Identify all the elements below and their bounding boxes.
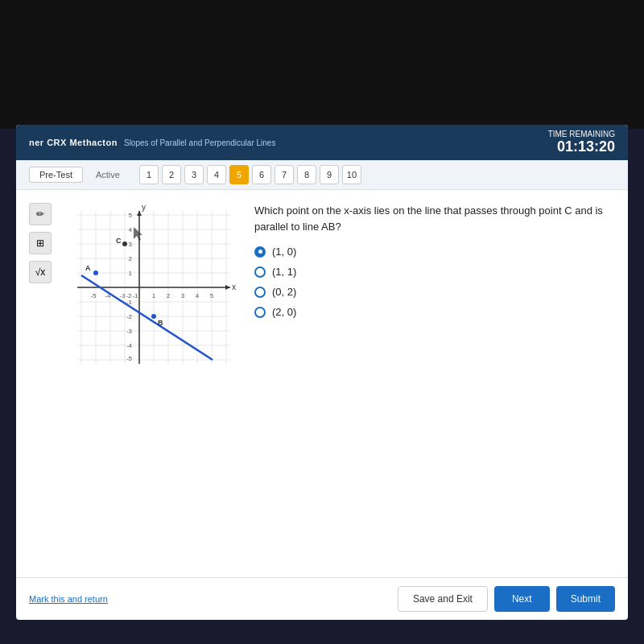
tab-pretest[interactable]: Pre-Test <box>29 167 83 183</box>
header-left: ner CRX Methacton Slopes of Parallel and… <box>29 138 275 147</box>
svg-text:A: A <box>85 264 91 272</box>
sidebar-tools: ✏ ⊞ √x <box>29 203 53 564</box>
bottom-buttons: Save and Exit Next Submit <box>398 586 615 612</box>
q-num-8[interactable]: 8 <box>297 165 316 184</box>
q-num-10[interactable]: 10 <box>342 165 361 184</box>
svg-text:x: x <box>232 283 236 291</box>
next-button[interactable]: Next <box>494 586 550 612</box>
answer-label-1: (1, 0) <box>272 246 296 258</box>
svg-point-53 <box>122 242 127 246</box>
q-num-6[interactable]: 6 <box>252 165 271 184</box>
svg-text:B: B <box>158 319 163 327</box>
svg-text:2: 2 <box>167 292 171 299</box>
question-text: Which point on the x-axis lies on the li… <box>254 203 615 234</box>
question-area: Which point on the x-axis lies on the li… <box>254 203 615 564</box>
answer-label-3: (0, 2) <box>272 286 296 298</box>
submit-button[interactable]: Submit <box>556 586 615 612</box>
answer-option-1[interactable]: (1, 0) <box>254 246 615 258</box>
graph-area: x y -5 -4 -3 -2 -1 1 2 3 4 5 1 2 3 4 5 -… <box>69 203 238 564</box>
time-value: 01:13:20 <box>548 138 615 155</box>
radio-1 <box>254 246 266 258</box>
svg-text:1: 1 <box>129 270 133 277</box>
answer-option-2[interactable]: (1, 1) <box>254 266 615 278</box>
pencil-tool-button[interactable]: ✏ <box>29 203 52 225</box>
answer-option-4[interactable]: (2, 0) <box>254 306 615 318</box>
q-num-1[interactable]: 1 <box>139 165 159 184</box>
coordinate-graph: x y -5 -4 -3 -2 -1 1 2 3 4 5 1 2 3 4 5 -… <box>69 203 238 372</box>
svg-text:3: 3 <box>181 292 185 299</box>
svg-marker-55 <box>134 227 142 241</box>
svg-text:5: 5 <box>210 292 214 299</box>
q-num-3[interactable]: 3 <box>184 165 204 184</box>
radio-3 <box>254 287 266 298</box>
q-num-5[interactable]: 5 <box>229 165 249 184</box>
svg-text:-3: -3 <box>119 292 126 299</box>
answer-label-2: (1, 1) <box>272 266 296 278</box>
q-num-7[interactable]: 7 <box>275 165 294 184</box>
svg-point-51 <box>151 314 156 319</box>
q-num-4[interactable]: 4 <box>207 165 226 184</box>
svg-text:5: 5 <box>129 212 133 219</box>
tab-active[interactable]: Active <box>86 167 130 182</box>
bottom-bar: Mark this and return Save and Exit Next … <box>16 577 628 620</box>
svg-text:-5: -5 <box>90 292 97 299</box>
radio-2 <box>254 266 266 278</box>
svg-text:y: y <box>142 203 146 212</box>
calculator-tool-button[interactable]: ⊞ <box>29 232 52 254</box>
svg-point-49 <box>93 270 98 275</box>
header-bar: ner CRX Methacton Slopes of Parallel and… <box>16 125 628 160</box>
svg-text:C: C <box>116 237 122 245</box>
svg-marker-24 <box>225 285 230 290</box>
nav-bar: Pre-Test Active 1 2 3 4 5 6 7 8 9 10 <box>16 160 628 190</box>
brand-label: ner CRX Methacton <box>29 138 118 147</box>
svg-text:-3: -3 <box>126 328 133 335</box>
content-area: ✏ ⊞ √x <box>16 190 628 577</box>
svg-text:1: 1 <box>152 292 156 299</box>
svg-text:4: 4 <box>129 226 133 233</box>
svg-text:-4: -4 <box>126 342 133 349</box>
svg-text:2: 2 <box>129 255 133 262</box>
time-remaining-block: TIME REMAINING 01:13:20 <box>548 130 615 155</box>
radio-4 <box>254 307 266 318</box>
svg-text:3: 3 <box>129 241 133 248</box>
answer-option-3[interactable]: (0, 2) <box>254 286 615 298</box>
answer-options: (1, 0) (1, 1) (0, 2) (2, 0) <box>254 246 615 318</box>
formula-tool-button[interactable]: √x <box>29 261 52 283</box>
mark-return-link[interactable]: Mark this and return <box>29 594 108 604</box>
page-title: Slopes of Parallel and Perpendicular Lin… <box>124 138 275 147</box>
svg-text:-5: -5 <box>126 355 133 362</box>
svg-text:-1: -1 <box>132 292 138 299</box>
q-num-9[interactable]: 9 <box>320 165 339 184</box>
q-num-2[interactable]: 2 <box>162 165 181 184</box>
save-exit-button[interactable]: Save and Exit <box>398 586 488 612</box>
question-number-list: 1 2 3 4 5 6 7 8 9 10 <box>139 165 361 184</box>
svg-text:-2: -2 <box>126 313 133 320</box>
svg-text:4: 4 <box>196 292 200 299</box>
answer-label-4: (2, 0) <box>272 306 296 318</box>
time-label: TIME REMAINING <box>548 130 615 138</box>
